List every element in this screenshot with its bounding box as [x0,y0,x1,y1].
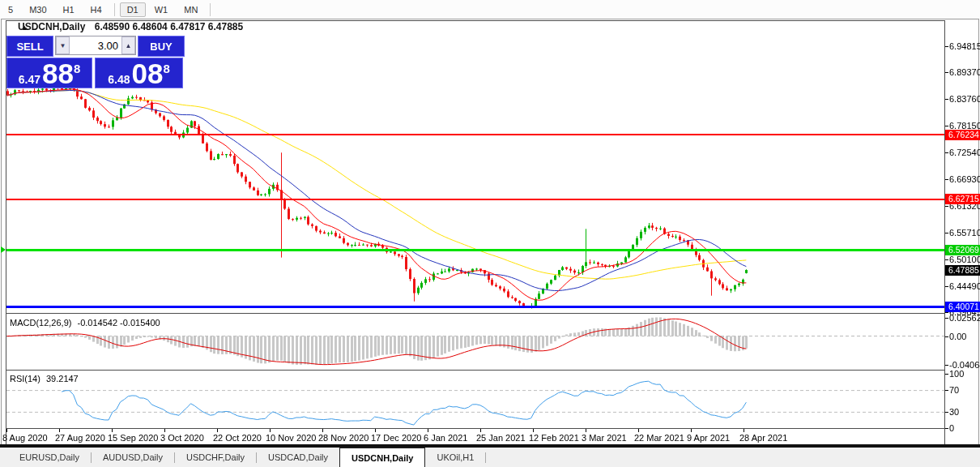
tab-ukoil-h1[interactable]: UKOil,H1 [425,448,485,467]
toolbar-separator [210,3,211,16]
price-line-tag: 6.40071 [945,302,980,312]
pane-divider-dates [6,428,945,429]
frame-right [944,20,945,445]
tab-audusd-daily[interactable]: AUDUSD,Daily [92,448,174,467]
timeframe-button-w1[interactable]: W1 [147,2,176,17]
rsi-name: RSI(14) [10,374,40,383]
date-label: 6 Jan 2021 [424,433,467,443]
price-axis-label: 6.55710 [949,228,980,238]
timeframe-button-h4[interactable]: H4 [83,2,109,17]
chevron-down-icon: ▼ [60,42,66,49]
price-axis-label: 6.66930 [949,174,980,184]
date-label: 3 Oct 2020 [160,433,204,443]
timeframe-toolbar: 5M30H1H4D1W1MN [0,0,980,19]
chart-tab-bar: EURUSD,DailyAUDUSD,DailyUSDCHF,DailyUSDC… [0,446,980,467]
volume-down-button[interactable]: ▼ [56,36,70,54]
price-line-tag: 6.76234 [945,130,980,140]
macd-name: MACD(12,26,9) [10,318,71,328]
date-label: 9 Apr 2021 [687,433,730,443]
tab-usdchf-daily[interactable]: USDCHF,Daily [175,448,256,467]
price-axis-label: 6.83760 [949,94,980,104]
date-label: 22 Oct 2020 [213,433,262,443]
buy-button[interactable]: BUY [138,36,185,57]
date-label: 28 Nov 2020 [318,433,369,443]
volume-up-button[interactable]: ▲ [121,36,135,54]
rsi-label: RSI(14) 39.2147 [10,374,79,383]
hline-marker-icon [1,246,6,253]
date-label: 17 Dec 2020 [371,433,421,443]
sell-price-small: 6.47 [19,73,40,86]
price-line-tag: 6.52069 [945,245,980,255]
sell-price-big: 88 [42,62,74,86]
tab-separator [485,452,486,463]
macd-values: -0.014542 -0.015400 [77,318,160,328]
volume-input[interactable] [70,36,121,54]
date-label: 28 Apr 2021 [739,433,787,443]
price-line-tag: 6.47885 [945,265,980,276]
date-label: 27 Aug 2020 [55,433,105,443]
one-click-trading-panel: SELL ▼ ▲ BUY 6.47 88 8 6.48 08 8 [6,36,185,88]
timeframe-button-m30[interactable]: M30 [22,2,53,17]
timeframe-button-mn[interactable]: MN [177,2,205,17]
macd-axis-label: 0.025623 [949,313,980,323]
pane-divider-macd[interactable] [6,313,945,314]
timeframe-button-d1[interactable]: D1 [120,2,146,17]
sell-price-sup: 8 [74,62,80,75]
date-label: 25 Jan 2021 [476,433,526,443]
volume-stepper: ▼ ▲ [55,36,136,55]
price-axis-label: 6.94815 [949,41,980,51]
rsi-axis-label: 70 [949,385,959,395]
date-label: 12 Feb 2021 [529,433,579,443]
buy-price-big: 08 [131,62,163,86]
date-label: 15 Sep 2020 [108,433,158,443]
chart-title-ohlc: 6.48590 6.48604 6.47817 6.47885 [95,21,244,32]
price-axis-label: 6.50100 [949,255,980,264]
rsi-axis-label: 30 [949,407,959,417]
date-label: 22 Mar 2021 [634,433,684,443]
buy-price-display[interactable]: 6.48 08 8 [95,58,183,88]
tab-usdcad-daily[interactable]: USDCAD,Daily [257,448,339,467]
toolbar-separator [114,3,115,16]
buy-price-small: 6.48 [108,73,130,86]
price-line-tag: 6.62715 [945,194,980,204]
date-label: 10 Nov 2020 [266,433,316,443]
chart-title: USDCNH,Daily 6.48590 6.48604 6.47817 6.4… [18,21,243,32]
macd-label: MACD(12,26,9) -0.014542 -0.015400 [10,318,160,328]
tab-eurusd-daily[interactable]: EURUSD,Daily [8,448,91,467]
timeframe-button-h1[interactable]: H1 [56,2,82,17]
chevron-up-icon: ▲ [126,42,132,49]
price-axis-label: 6.44490 [949,281,980,291]
price-axis-label: 6.89370 [949,67,980,77]
tab-usdcnh-daily[interactable]: USDCNH,Daily [339,448,425,467]
buy-price-sup: 8 [163,62,169,75]
price-axis-label: 6.72540 [949,148,980,157]
sell-button[interactable]: SELL [6,36,53,57]
sell-price-display[interactable]: 6.47 88 8 [6,58,92,88]
chart-title-symbol: USDCNH,Daily [18,21,85,32]
timeframe-button-5[interactable]: 5 [1,2,20,17]
date-label: 3 Mar 2021 [582,433,627,443]
rsi-axis-label: 100 [949,369,964,379]
date-label: 8 Aug 2020 [2,433,48,443]
pane-divider-rsi[interactable] [6,370,945,371]
rsi-axis-label: 0 [949,423,954,433]
rsi-value: 39.2147 [46,374,79,383]
macd-axis-label: 0.00 [949,332,966,341]
